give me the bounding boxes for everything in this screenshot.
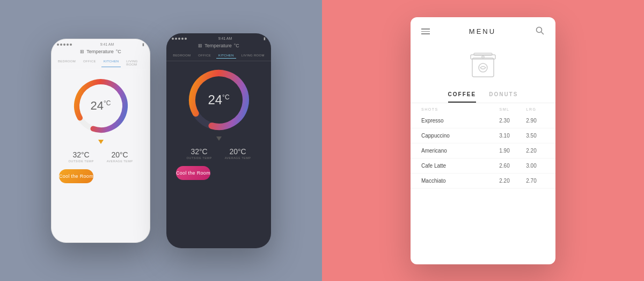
triangle-light bbox=[98, 140, 104, 144]
search-icon[interactable] bbox=[535, 26, 545, 38]
item-sml-price: 1.90 bbox=[491, 148, 518, 154]
item-sml-price: 2.20 bbox=[491, 178, 518, 184]
tab-kitchen-dark[interactable]: KITCHEN bbox=[216, 53, 236, 59]
time-dark: 9:41 AM bbox=[218, 37, 232, 40]
menu-row[interactable]: Americano 1.90 2.20 bbox=[411, 143, 555, 158]
item-lrg-price: 2.90 bbox=[518, 118, 545, 124]
svg-rect-8 bbox=[474, 53, 492, 55]
avg-temp-value-light: 20°C bbox=[107, 150, 133, 159]
menu-table-header: SHOTS SML LRG bbox=[411, 103, 555, 113]
menu-row[interactable]: Macchiato 2.20 2.70 bbox=[411, 174, 555, 189]
tab-office-dark[interactable]: OFFICE bbox=[196, 53, 213, 59]
avg-temp-dark: 20°C AVERAGE TEMP bbox=[225, 147, 251, 160]
triangle-dark bbox=[216, 136, 222, 141]
svg-point-9 bbox=[482, 56, 484, 58]
item-sml-price: 3.10 bbox=[491, 133, 518, 139]
item-lrg-price: 3.00 bbox=[518, 163, 545, 169]
signal-dot bbox=[67, 44, 69, 46]
temp-circle-light: 24°C bbox=[52, 70, 150, 140]
tab-office-light[interactable]: OFFICE bbox=[81, 59, 98, 67]
circle-gauge-dark: 24°C bbox=[187, 68, 251, 132]
unit-dark: °C bbox=[234, 43, 239, 48]
signal-dot bbox=[60, 44, 62, 46]
battery-dark: ▮ bbox=[264, 37, 266, 41]
menu-row[interactable]: Cappuccino 3.10 3.50 bbox=[411, 128, 555, 143]
tab-bedroom-dark[interactable]: BEDROOM bbox=[171, 53, 193, 59]
tab-bedroom-light[interactable]: BEDROOM bbox=[56, 59, 78, 67]
time-light: 9:41 AM bbox=[100, 42, 114, 46]
hamburger-line bbox=[421, 28, 430, 30]
svg-rect-6 bbox=[472, 58, 494, 77]
item-name: Expresso bbox=[421, 118, 491, 124]
item-name: Cafe Latte bbox=[421, 163, 491, 169]
svg-line-5 bbox=[541, 32, 544, 34]
avg-temp-value-dark: 20°C bbox=[225, 147, 251, 156]
menu-table: Expresso 2.30 2.90 Cappuccino 3.10 3.50 … bbox=[411, 113, 555, 264]
signal-dot-dark bbox=[178, 38, 180, 40]
item-sml-price: 2.60 bbox=[491, 163, 518, 169]
phone-light: 9:41 AM ▮ ⊞ Temperature °C BEDROOM OFFIC… bbox=[51, 39, 150, 243]
stats-light: 32°C OUTSIDE TEMP 20°C AVERAGE TEMP bbox=[52, 148, 150, 169]
avg-temp-label-dark: AVERAGE TEMP bbox=[225, 156, 251, 160]
outside-temp-label-dark: OUTSIDE TEMP bbox=[186, 156, 211, 160]
signal-dot-dark bbox=[181, 38, 184, 40]
settings-icon-dark: ⊞ bbox=[198, 43, 202, 48]
temp-display-dark: 24°C bbox=[208, 92, 229, 107]
item-name: Cappuccino bbox=[421, 133, 491, 139]
temp-display-light: 24°C bbox=[91, 99, 111, 113]
menu-header: MENU bbox=[411, 17, 555, 42]
status-bar-light: 9:41 AM ▮ bbox=[52, 39, 150, 48]
phone-dark: 9:41 AM ▮ ⊞ Temperature °C BEDROOM OFFIC… bbox=[166, 33, 271, 248]
signal-dot bbox=[63, 44, 65, 46]
status-bar-dark: 9:41 AM ▮ bbox=[166, 33, 271, 42]
signal-dot-dark bbox=[185, 38, 187, 40]
tab-kitchen-light[interactable]: KITCHEN bbox=[101, 59, 121, 67]
tab-coffee[interactable]: COFFEE bbox=[448, 91, 477, 103]
phone-title-dark: ⊞ Temperature °C bbox=[166, 42, 271, 51]
left-section: 9:41 AM ▮ ⊞ Temperature °C BEDROOM OFFIC… bbox=[0, 0, 322, 281]
temp-circle-dark: 24°C bbox=[166, 61, 271, 136]
outside-temp-value-dark: 32°C bbox=[186, 147, 211, 156]
cool-button-dark[interactable]: Cool the Room bbox=[176, 166, 210, 180]
signal-dots bbox=[57, 44, 72, 46]
menu-category-tabs: COFFEE DONUTS bbox=[411, 89, 555, 103]
tab-living-light[interactable]: LIVING ROOM bbox=[124, 59, 145, 67]
tab-donuts[interactable]: DONUTS bbox=[489, 91, 518, 103]
signal-dot-dark bbox=[175, 38, 177, 40]
item-lrg-price: 2.70 bbox=[518, 178, 545, 184]
signal-dot bbox=[57, 44, 59, 46]
tabs-dark: BEDROOM OFFICE KITCHEN LIVING ROOM bbox=[166, 51, 271, 61]
col-lrg: LRG bbox=[518, 107, 545, 111]
item-name: Macchiato bbox=[421, 178, 491, 184]
cool-button-light[interactable]: Cool the Room bbox=[59, 169, 93, 183]
hamburger-line bbox=[421, 31, 430, 32]
tabs-light: BEDROOM OFFICE KITCHEN LIVING ROOM bbox=[52, 56, 150, 70]
outside-temp-label-light: OUTSIDE TEMP bbox=[68, 160, 93, 163]
stats-dark: 32°C OUTSIDE TEMP 20°C AVERAGE TEMP bbox=[166, 145, 271, 166]
right-section: MENU bbox=[322, 0, 644, 281]
menu-title: MENU bbox=[469, 27, 496, 35]
menu-card: MENU bbox=[411, 17, 555, 264]
outside-temp-light: 32°C OUTSIDE TEMP bbox=[68, 150, 93, 163]
hamburger-line bbox=[421, 33, 430, 34]
tab-living-dark[interactable]: LIVING ROOM bbox=[239, 53, 267, 59]
coffee-cup-container bbox=[411, 42, 555, 89]
hamburger-icon[interactable] bbox=[421, 28, 430, 34]
menu-row[interactable]: Cafe Latte 2.60 3.00 bbox=[411, 158, 555, 174]
item-lrg-price: 3.50 bbox=[518, 133, 545, 139]
menu-row[interactable]: Expresso 2.30 2.90 bbox=[411, 113, 555, 128]
unit-light: °C bbox=[116, 49, 121, 54]
phone-title-light: ⊞ Temperature °C bbox=[52, 48, 150, 56]
col-sml: SML bbox=[491, 107, 518, 111]
avg-temp-label-light: AVERAGE TEMP bbox=[107, 160, 133, 163]
coffee-cup-icon bbox=[464, 47, 502, 85]
circle-gauge-light: 24°C bbox=[71, 76, 130, 135]
item-americano: Americano bbox=[421, 148, 491, 154]
signal-dot bbox=[70, 44, 72, 46]
signal-dots-dark bbox=[172, 38, 187, 40]
col-item: SHOTS bbox=[421, 107, 491, 111]
item-lrg-price: 2.20 bbox=[518, 148, 545, 154]
battery-light: ▮ bbox=[142, 42, 144, 47]
outside-temp-dark: 32°C OUTSIDE TEMP bbox=[186, 147, 211, 160]
signal-dot-dark bbox=[172, 38, 174, 40]
